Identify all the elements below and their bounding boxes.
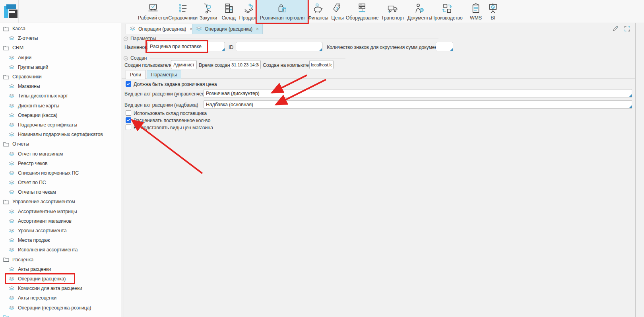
retail-price-required-checkbox[interactable] <box>126 81 131 87</box>
toolbar-item-equipment[interactable]: Оборудование <box>343 0 382 23</box>
group-title: Создан <box>130 55 147 61</box>
sidebar-item-akty-rascenki[interactable]: Акты расценки <box>0 264 121 274</box>
close-icon[interactable]: × <box>256 26 259 32</box>
sidebar-item-assortiment-magazinov[interactable]: Ассортимент магазинов <box>0 216 121 226</box>
created-computer-input[interactable] <box>309 60 334 69</box>
use-supplier-warehouse-checkbox[interactable] <box>126 110 131 116</box>
sidebar-item-akty-pereocenki[interactable]: Акты переоценки <box>0 293 121 303</box>
layers-icon <box>9 65 15 70</box>
maximize-button[interactable] <box>623 25 632 33</box>
toolbar-item-label: Продажи <box>239 15 260 21</box>
toolbar-item-wms[interactable]: WMS <box>467 0 485 23</box>
toolbar-item-label: Справочники <box>168 15 198 21</box>
layers-icon <box>9 228 15 233</box>
sidebar-item-tipy-diskontnyh-kart[interactable]: Типы дисконтных карт <box>0 91 121 101</box>
layers-icon <box>9 209 15 214</box>
price-type-managerial-label: Вид цен акт расценки (управленческий) <box>124 91 213 97</box>
sidebar-item-podarochnye-sertifikaty[interactable]: Подарочные сертификаты <box>0 120 121 130</box>
sidebar-item-nominaly-sertifikatov[interactable]: Номиналы подарочных сертификатов <box>0 130 121 139</box>
tab-label: Параметры <box>151 72 177 78</box>
sidebar-item-urovni-assortimenta[interactable]: Уровни ассортимента <box>0 226 121 235</box>
desktop-icon <box>147 2 159 15</box>
production-icon <box>441 2 453 15</box>
toolbar-item-retail[interactable]: Розничная торговля <box>257 0 308 23</box>
folder-icon <box>3 257 9 262</box>
wms-icon <box>470 2 482 15</box>
sidebar-item-ispolneniya-assortimenta[interactable]: Исполнения ассортимента <box>0 245 121 255</box>
layers-icon <box>9 238 15 243</box>
toolbar-item-directories[interactable]: Справочники <box>165 0 201 23</box>
tabstrip-border <box>122 34 635 34</box>
collapse-icon[interactable] <box>124 37 128 41</box>
svg-text:$: $ <box>336 6 338 10</box>
layers-icon <box>9 123 15 127</box>
sidebar-item-otchet-po-ps[interactable]: Отчет по ПС <box>0 178 121 187</box>
created-user-input[interactable] <box>171 60 197 69</box>
created-user-label: Создан пользователем <box>124 62 176 68</box>
sidebar-item-mesta-prodazh[interactable]: Места продаж <box>0 235 121 245</box>
sidebar-item-assortimentnye-matricy[interactable]: Ассортиментные матрицы <box>0 207 121 216</box>
created-time-input[interactable] <box>230 60 261 69</box>
layers-icon <box>9 171 15 175</box>
inner-tabstrip: Роли Параметры <box>126 70 181 79</box>
tab-operation-rastsenka[interactable]: Операция (расценка) × <box>192 24 263 34</box>
panel-border <box>122 78 635 79</box>
app-logo[interactable] <box>4 4 17 18</box>
sidebar-item-akcii[interactable]: Акции <box>0 53 121 62</box>
expand-icon <box>624 25 631 33</box>
sidebar-item-z-otchety[interactable]: Z-отчеты <box>0 33 121 43</box>
toolbar-item-label: Транспорт <box>381 15 404 21</box>
created-computer-label: Создан на компьютере <box>263 62 314 68</box>
toolbar-item-finance[interactable]: Финансы <box>305 0 331 23</box>
tab-roles[interactable]: Роли <box>126 70 145 79</box>
tab-parameters[interactable]: Параметры <box>147 70 181 79</box>
name-input[interactable] <box>147 42 225 51</box>
toolbar-item-bi[interactable]: BI <box>484 0 502 23</box>
sidebar-folder-rascenka[interactable]: Расценка <box>0 255 121 264</box>
layers-icon <box>9 103 15 108</box>
id-input[interactable] <box>236 42 322 51</box>
divider <box>150 58 345 58</box>
sidebar-item-magaziny[interactable]: Магазины <box>0 82 121 91</box>
sidebar-folder-upravlenie-assortimentom[interactable]: Управление ассортиментом <box>0 197 121 206</box>
pencil-icon <box>612 25 619 33</box>
sidebar-item-gruppy-akcij[interactable]: Группы акций <box>0 62 121 72</box>
sidebar-item-operacii-rascenka[interactable]: Операции (расценка) <box>0 274 121 284</box>
toolbar-item-label: Розничная торговля <box>260 15 305 21</box>
tab-operations-rastsenka[interactable]: Операции (расценка) × <box>126 24 196 34</box>
collapse-icon[interactable] <box>124 56 128 60</box>
divider <box>635 23 636 317</box>
sidebar-item-reestr-chekov[interactable]: Реестр чеков <box>0 159 121 168</box>
toolbar-item-transport[interactable]: Транспорт <box>378 0 407 23</box>
retail-price-required-label: Должна быть задана розничная цена <box>134 82 217 87</box>
sidebar-item-otchet-po-magazinam[interactable]: Отчет по магазинам <box>0 149 121 158</box>
price-type-managerial-input[interactable] <box>204 89 632 97</box>
sidebar-folder-kassa[interactable]: Касса <box>0 24 121 33</box>
toolbar-item-production[interactable]: Производство <box>428 0 466 23</box>
sidebar-folder-spravochniki[interactable]: Справочники <box>0 72 121 82</box>
equipment-icon <box>356 2 368 15</box>
layers-icon <box>9 152 15 156</box>
layers-icon <box>9 286 15 291</box>
layers-icon <box>9 180 15 185</box>
toolbar-item-purchases[interactable]: Закупки <box>196 0 220 23</box>
price-supplied-qty-checkbox[interactable] <box>126 117 131 123</box>
sidebar-item-otchety-po-chekam[interactable]: Отчеты по чекам <box>0 187 121 197</box>
sidebar-item-diskontnye-karty[interactable]: Дисконтные карты <box>0 101 121 111</box>
sidebar-folder-crm[interactable]: CRM <box>0 43 121 53</box>
sidebar-item-operacii-pereocenka-roznica[interactable]: Операции (переоценка-розница) <box>0 303 121 312</box>
layers-icon <box>9 219 15 224</box>
sidebar-item-operacii-kassa[interactable]: Операции (касса) <box>0 111 121 120</box>
sidebar-item-komissii-dlya-akta[interactable]: Комиссии для акта расценки <box>0 284 121 293</box>
sidebar-item-spisaniya-ps[interactable]: Списания испорченных ПС <box>0 168 121 178</box>
group-parameters-header: Параметры <box>124 36 438 41</box>
sidebar-folder-otchety[interactable]: Отчеты <box>0 139 121 149</box>
edit-button[interactable] <box>611 25 620 33</box>
sidebar-folder-partial[interactable] <box>0 313 121 317</box>
layers-icon <box>196 26 202 32</box>
no-store-price-types-checkbox[interactable] <box>126 124 131 130</box>
toolbar-item-label: Рабочий стол <box>138 15 168 21</box>
rounding-input[interactable] <box>436 42 453 51</box>
divider <box>18 0 19 23</box>
price-type-markup-input[interactable] <box>204 100 632 109</box>
